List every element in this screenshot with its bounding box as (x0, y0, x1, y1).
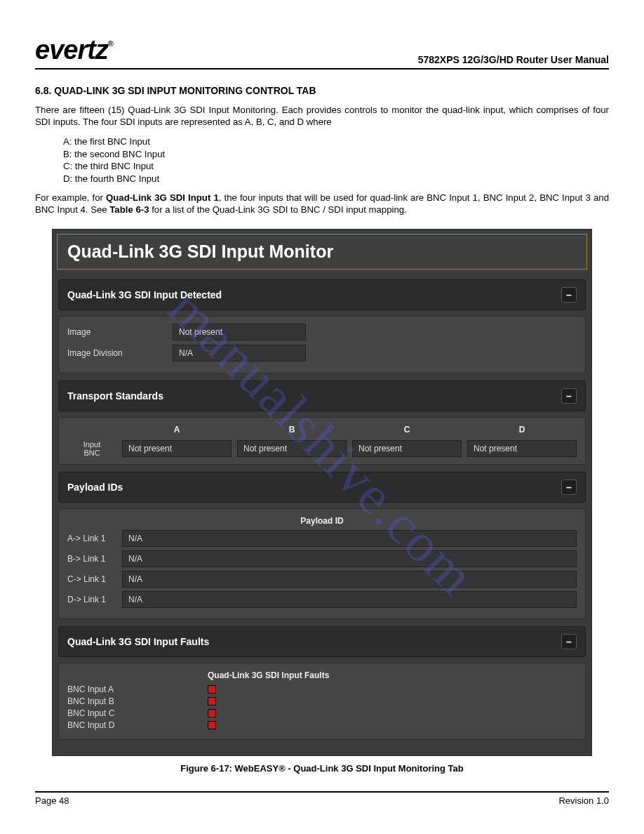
field-value: Not present (467, 440, 577, 457)
row-label: BNC Input B (67, 696, 208, 706)
page-footer: Page 48 Revision 1.0 (35, 791, 609, 806)
row-label: BNC Input A (67, 684, 208, 694)
brand-logo: evertz® (35, 35, 113, 65)
revision-label: Revision 1.0 (558, 795, 609, 806)
field-value: Not present (173, 324, 306, 340)
row-label: Input BNC (67, 440, 116, 457)
row-label: B-> Link 1 (67, 554, 116, 564)
field-value: Not present (122, 440, 232, 457)
table-row: B-> Link 1 N/A (67, 550, 577, 567)
row-label: D-> Link 1 (67, 595, 116, 604)
list-item: D: the fourth BNC Input (63, 173, 609, 185)
section-header-label: Quad-Link 3G SDI Input Faults (67, 636, 209, 647)
section-heading: 6.8. QUAD-LINK 3G SDI INPUT MONITORING C… (35, 85, 609, 96)
column-header: A (122, 425, 232, 435)
panel-title: Quad-Link 3G SDI Input Monitor (57, 234, 587, 270)
table-row: D-> Link 1 N/A (67, 591, 577, 608)
page-number: Page 48 (35, 795, 69, 806)
column-header: Payload ID (67, 516, 577, 526)
document-title: 5782XPS 12G/3G/HD Router User Manual (418, 54, 609, 65)
logo-text: evertz (35, 35, 108, 65)
column-header: Quad-Link 3G SDI Input Faults (208, 670, 577, 680)
collapse-button[interactable]: – (561, 388, 577, 404)
intro-paragraph-1: There are fifteen (15) Quad-Link 3G SDI … (35, 105, 609, 128)
table-row: BNC Input C (67, 708, 577, 718)
status-led-icon (208, 697, 216, 706)
section-header-label: Quad-Link 3G SDI Input Detected (67, 289, 222, 300)
figure-caption: Figure 6-17: WebEASY® - Quad-Link 3G SDI… (35, 763, 609, 774)
section-header-detected[interactable]: Quad-Link 3G SDI Input Detected – (58, 279, 586, 310)
section-header-transport[interactable]: Transport Standards – (58, 380, 586, 411)
section-header-label: Payload IDs (67, 482, 123, 493)
field-value: Not present (237, 440, 347, 457)
collapse-button[interactable]: – (561, 287, 577, 303)
field-value: N/A (122, 571, 577, 588)
status-led-icon (208, 721, 216, 729)
section-body-transport: A B C D Input BNC Not present Not presen… (58, 417, 586, 465)
section-header-label: Transport Standards (67, 390, 163, 402)
list-item: A: the first BNC Input (63, 135, 609, 148)
logo-registered-mark: ® (108, 39, 113, 48)
list-item: C: the third BNC Input (63, 160, 609, 173)
status-led-icon (208, 685, 216, 694)
row-label: BNC Input D (67, 720, 208, 730)
field-value: N/A (173, 345, 306, 362)
section-body-payload: Payload ID A-> Link 1 N/A B-> Link 1 N/A… (58, 508, 586, 619)
list-item: B: the second BNC Input (63, 148, 609, 161)
table-row: BNC Input A (67, 684, 577, 694)
field-label: Image (67, 327, 173, 337)
page-header: evertz® 5782XPS 12G/3G/HD Router User Ma… (35, 35, 609, 70)
field-value: N/A (122, 530, 577, 547)
intro-paragraph-2: For example, for Quad-Link 3G SDI Input … (35, 192, 609, 216)
table-row: A-> Link 1 N/A (67, 530, 577, 547)
collapse-button[interactable]: – (561, 634, 577, 649)
column-header: C (352, 425, 462, 435)
section-body-faults: Quad-Link 3G SDI Input Faults BNC Input … (58, 663, 586, 740)
field-value: N/A (122, 550, 577, 567)
screenshot-panel: Quad-Link 3G SDI Input Monitor Quad-Link… (52, 229, 592, 756)
row-label: A-> Link 1 (67, 534, 116, 543)
section-header-payload[interactable]: Payload IDs – (58, 472, 586, 503)
table-row: C-> Link 1 N/A (67, 571, 577, 588)
column-header: B (237, 425, 347, 435)
field-row: Image Division N/A (67, 345, 577, 362)
field-label: Image Division (67, 348, 173, 358)
table-row: BNC Input B (67, 696, 577, 706)
row-label: BNC Input C (67, 708, 208, 718)
section-body-detected: Image Not present Image Division N/A (58, 316, 586, 373)
section-header-faults[interactable]: Quad-Link 3G SDI Input Faults – (58, 626, 586, 657)
field-row: Image Not present (67, 324, 577, 340)
row-label: C-> Link 1 (67, 574, 116, 584)
table-row: BNC Input D (67, 720, 577, 730)
status-led-icon (208, 709, 216, 717)
field-value: Not present (352, 440, 462, 457)
column-header: D (467, 425, 577, 435)
field-value: N/A (122, 591, 577, 608)
collapse-button[interactable]: – (561, 479, 577, 495)
